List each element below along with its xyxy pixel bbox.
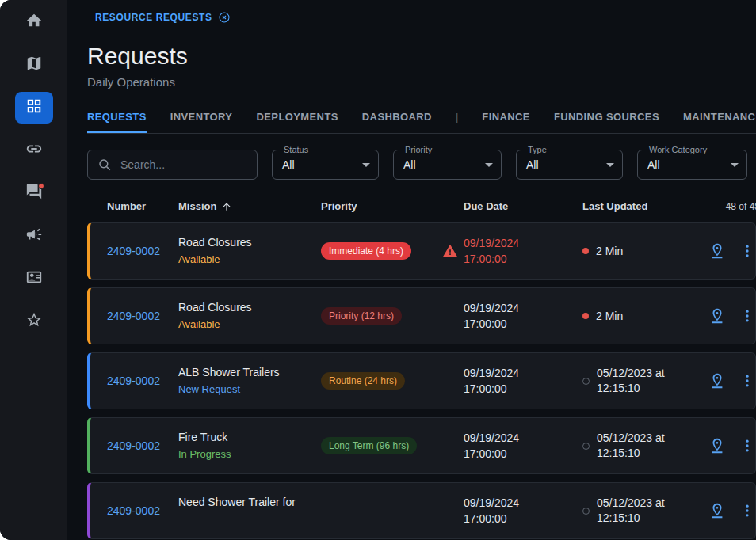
request-number-link[interactable]: 2409-0002 [107, 310, 178, 322]
mission-status: Available [178, 318, 321, 332]
location-pin-icon[interactable] [708, 502, 726, 519]
type-select-value: All [526, 158, 539, 171]
request-number-link[interactable]: 2409-0002 [107, 439, 178, 452]
request-number-link[interactable]: 2409-0002 [107, 504, 178, 517]
mission-status: In Progress [178, 447, 321, 462]
filter-bar: Status All Priority All Type All Work Ca… [87, 150, 756, 180]
type-select[interactable]: Type All [516, 150, 623, 180]
mission-title: ALB Shower Trailers [178, 365, 321, 380]
status-ring-icon [582, 443, 590, 450]
page-title: Requests [87, 43, 756, 70]
sidebar-item-map[interactable] [15, 49, 53, 81]
status-select-value: All [282, 158, 295, 171]
notification-dot [38, 183, 44, 189]
main-content: RESOURCE REQUESTS Requests Daily Operati… [67, 0, 756, 540]
mission-title: Road Closures [178, 235, 321, 250]
column-due-date: Due Date [464, 200, 582, 212]
mission-title: Fire Truck [178, 430, 321, 445]
request-row[interactable]: 2409-0002 Fire Truck In Progress Long Te… [87, 417, 756, 474]
priority-badge: Long Term (96 hrs) [321, 437, 417, 454]
mission-cell: Road Closures Available [178, 300, 321, 332]
tab-deployments[interactable]: DEPLOYMENTS [256, 111, 338, 133]
request-number-link[interactable]: 2409-0002 [107, 245, 178, 257]
request-row[interactable]: 2409-0002 Need Shower Trailer for 09/19/… [87, 482, 756, 539]
column-mission[interactable]: Mission [178, 200, 321, 212]
search-input[interactable] [119, 158, 247, 172]
sidebar [0, 0, 67, 540]
contact-card-icon [25, 268, 43, 289]
location-pin-icon[interactable] [708, 372, 726, 390]
sidebar-item-home[interactable] [15, 6, 53, 38]
tab-funding-sources[interactable]: FUNDING SOURCES [554, 111, 659, 133]
work-category-select[interactable]: Work Category All [637, 150, 747, 180]
mission-status: New Request [178, 382, 321, 397]
page-subtitle: Daily Operations [87, 75, 756, 89]
table-header: Number Mission Priority Due Date Last Up… [87, 200, 756, 212]
more-options-icon[interactable] [739, 438, 755, 454]
column-last-updated: Last Updated [582, 200, 701, 212]
x-circle-icon[interactable] [218, 11, 231, 24]
app-window: RESOURCE REQUESTS Requests Daily Operati… [0, 0, 756, 540]
last-updated-cell: 2 Min [582, 245, 701, 257]
work-category-select-label: Work Category [646, 145, 710, 155]
home-icon [25, 12, 43, 32]
request-row[interactable]: 2409-0002 Road Closures Available Immedi… [87, 222, 756, 280]
priority-select-value: All [403, 158, 416, 171]
last-updated-cell: 05/12/2023 at 12:15:10 [582, 431, 701, 461]
warning-icon [442, 243, 458, 259]
work-category-select-value: All [647, 158, 660, 171]
more-options-icon[interactable] [739, 308, 755, 324]
request-number-link[interactable]: 2409-0002 [107, 375, 178, 387]
tab-requests[interactable]: REQUESTS [87, 111, 147, 133]
location-pin-icon[interactable] [708, 437, 726, 454]
request-list: 2409-0002 Road Closures Available Immedi… [87, 222, 756, 539]
last-updated-cell: 05/12/2023 at 12:15:10 [582, 366, 701, 396]
search-box[interactable] [87, 150, 258, 180]
sidebar-item-dashboard[interactable] [15, 92, 53, 124]
tab-bar: REQUESTS INVENTORY DEPLOYMENTS DASHBOARD… [87, 111, 756, 134]
location-pin-icon[interactable] [708, 242, 726, 260]
campaign-icon [25, 226, 43, 246]
tab-divider: | [456, 111, 458, 133]
map-icon [25, 55, 43, 75]
last-updated-cell: 05/12/2023 at 12:15:10 [582, 496, 701, 526]
tab-inventory[interactable]: INVENTORY [170, 111, 233, 133]
status-ring-icon [582, 508, 590, 515]
status-dot-icon [582, 248, 589, 254]
status-select[interactable]: Status All [272, 150, 379, 180]
status-select-label: Status [281, 145, 311, 155]
chevron-down-icon [485, 163, 493, 167]
column-priority: Priority [321, 200, 436, 212]
type-select-label: Type [525, 145, 550, 155]
column-number: Number [107, 200, 178, 212]
dashboard-grid-icon [25, 97, 43, 118]
more-options-icon[interactable] [739, 243, 755, 259]
sidebar-item-announcements[interactable] [15, 220, 53, 252]
mission-cell: Road Closures Available [178, 235, 321, 267]
last-updated-cell: 2 Min [582, 310, 701, 322]
sidebar-item-contacts[interactable] [15, 263, 53, 295]
location-pin-icon[interactable] [708, 307, 726, 325]
mission-status [178, 512, 321, 527]
more-options-icon[interactable] [739, 503, 755, 519]
request-row[interactable]: 2409-0002 ALB Shower Trailers New Reques… [87, 352, 756, 409]
status-ring-icon [582, 378, 590, 385]
chevron-down-icon [731, 163, 739, 167]
tab-finance[interactable]: FINANCE [482, 111, 530, 133]
chip-label: RESOURCE REQUESTS [95, 12, 212, 23]
chevron-down-icon [362, 163, 370, 167]
priority-select[interactable]: Priority All [393, 150, 502, 180]
sidebar-item-links[interactable] [15, 135, 53, 166]
request-row[interactable]: 2409-0002 Road Closures Available Priori… [87, 287, 756, 344]
mission-cell: Need Shower Trailer for [178, 495, 321, 527]
due-date-cell: 09/19/2024 17:00:00 [464, 495, 582, 527]
due-date-cell: 09/19/2024 17:00:00 [464, 430, 582, 462]
status-dot-icon [582, 313, 589, 319]
sidebar-item-favorites[interactable] [15, 306, 53, 337]
more-options-icon[interactable] [739, 373, 755, 389]
sidebar-item-messages[interactable] [15, 177, 53, 209]
resource-requests-chip[interactable]: RESOURCE REQUESTS [95, 11, 231, 24]
tab-maintenance[interactable]: MAINTENANCE [683, 111, 756, 133]
tab-dashboard[interactable]: DASHBOARD [362, 111, 432, 133]
due-date-cell: 09/19/2024 17:00:00 [464, 300, 582, 332]
